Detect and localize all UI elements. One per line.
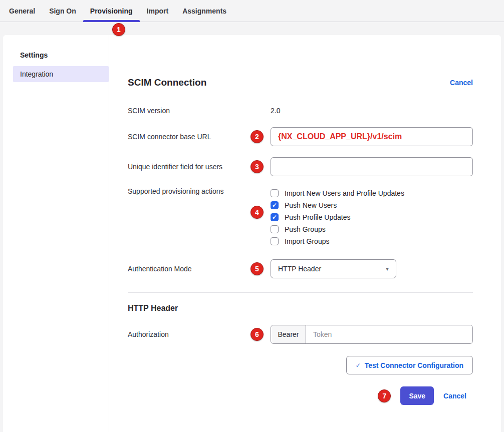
checkbox-label: Push Profile Updates (285, 213, 351, 221)
base-url-input[interactable] (271, 127, 473, 146)
token-input[interactable] (306, 325, 472, 343)
provisioning-actions-row: Supported provisioning actions 4 ✓ Impor… (128, 187, 473, 247)
cancel-link-bottom[interactable]: Cancel (443, 392, 466, 400)
auth-mode-label: Authentication Mode (128, 265, 271, 273)
step-badge-2: 2 (250, 130, 264, 143)
app-tabbar: General Sign On Provisioning Import Assi… (0, 0, 504, 22)
base-url-row: SCIM connector base URL 2 (128, 127, 473, 146)
save-button[interactable]: Save (400, 386, 434, 405)
bearer-prefix: Bearer (271, 325, 306, 343)
unique-id-label: Unique identifier field for users (128, 163, 271, 171)
check-icon: ✓ (272, 202, 277, 208)
checkbox-import-groups[interactable]: ✓ (271, 237, 279, 245)
caret-down-icon: ▾ (386, 265, 389, 272)
tab-sign-on[interactable]: Sign On (42, 0, 83, 22)
checkbox-push-profile-updates[interactable]: ✓ (271, 213, 279, 221)
sidebar-heading: Settings (3, 51, 109, 59)
checkbox-label: Import New Users and Profile Updates (285, 189, 404, 197)
section-divider (128, 292, 473, 293)
authorization-row: Authorization 6 Bearer (128, 325, 473, 344)
scim-version-row: SCIM version 2.0 (128, 106, 473, 115)
main-panel: SCIM Connection Cancel SCIM version 2.0 … (109, 35, 501, 432)
step-badge-4: 4 (250, 206, 264, 219)
checkbox-row-import-groups[interactable]: ✓ Import Groups (271, 235, 473, 247)
checkbox-row-push-new-users[interactable]: ✓ Push New Users (271, 199, 473, 211)
tab-provisioning[interactable]: Provisioning (83, 0, 140, 22)
checkbox-label: Import Groups (285, 237, 329, 245)
auth-mode-select[interactable]: HTTP Header ▾ (271, 259, 396, 278)
tab-import[interactable]: Import (140, 0, 176, 22)
scim-version-label: SCIM version (128, 107, 271, 115)
settings-sidebar: Settings Integration (3, 35, 109, 432)
tab-general[interactable]: General (2, 0, 42, 22)
base-url-label: SCIM connector base URL (128, 133, 271, 141)
checkbox-label: Push New Users (285, 201, 337, 209)
auth-mode-selected-value: HTTP Header (278, 265, 321, 273)
checkbox-push-groups[interactable]: ✓ (271, 225, 279, 233)
sidebar-item-integration[interactable]: Integration (13, 66, 109, 82)
unique-id-input[interactable] (271, 157, 473, 176)
content-card: Settings Integration SCIM Connection Can… (3, 35, 501, 432)
test-connector-label: Test Connector Configuration (365, 361, 463, 369)
step-badge-5: 5 (250, 262, 264, 275)
checkbox-push-new-users[interactable]: ✓ (271, 201, 279, 209)
provisioning-actions-label: Supported provisioning actions (128, 187, 271, 195)
tab-assignments[interactable]: Assignments (175, 0, 233, 22)
step-badge-6: 6 (250, 328, 264, 341)
step-badge-1: 1 (112, 23, 125, 36)
test-connector-button[interactable]: ✓ Test Connector Configuration (346, 356, 473, 374)
checkbox-label: Push Groups (285, 225, 326, 233)
checkbox-import-new-users[interactable]: ✓ (271, 189, 279, 197)
auth-mode-row: Authentication Mode 5 HTTP Header ▾ (128, 259, 473, 278)
check-icon: ✓ (272, 214, 277, 220)
checkbox-row-import-new-users[interactable]: ✓ Import New Users and Profile Updates (271, 187, 473, 199)
checkbox-row-push-groups[interactable]: ✓ Push Groups (271, 223, 473, 235)
step-badge-7: 7 (378, 389, 391, 402)
http-header-heading: HTTP Header (128, 304, 473, 313)
authorization-label: Authorization (128, 330, 271, 338)
authorization-input-group: Bearer (271, 325, 473, 344)
scim-version-value: 2.0 (271, 107, 280, 115)
checkbox-row-push-profile-updates[interactable]: ✓ Push Profile Updates (271, 211, 473, 223)
page-title: SCIM Connection (128, 77, 206, 88)
test-check-icon: ✓ (356, 362, 361, 369)
unique-id-row: Unique identifier field for users 3 (128, 157, 473, 176)
cancel-link-top[interactable]: Cancel (450, 79, 473, 87)
step-badge-3: 3 (250, 160, 264, 173)
